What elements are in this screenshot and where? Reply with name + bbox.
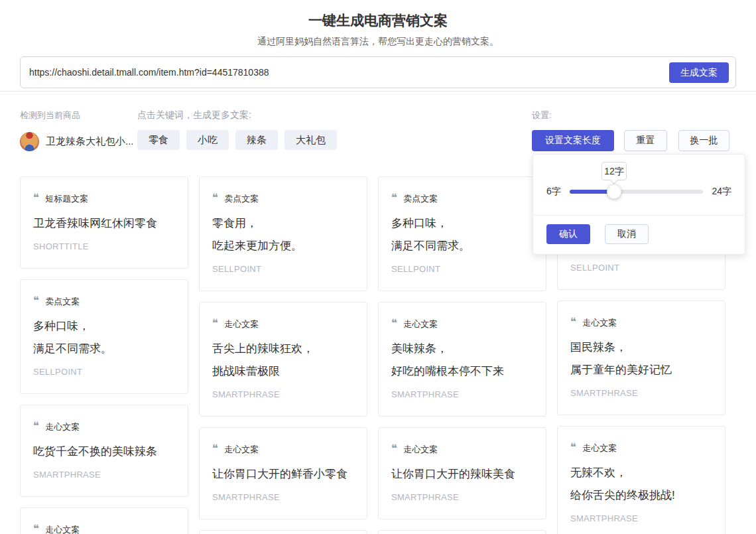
card-category: SELLPOINT [212,264,354,274]
quote-icon: ❝ [212,318,218,329]
card-text-line: 无辣不欢， [570,462,712,484]
card-category: SMARTPHRASE [33,470,175,480]
quote-icon: ❝ [33,192,39,204]
set-length-button[interactable]: 设置文案长度 [532,130,614,151]
url-bar: 生成文案 [20,56,736,88]
copy-card-sellpoint[interactable]: ❝ 卖点文案 零食用， 吃起来更加方便。 SELLPOINT [199,176,367,291]
card-category: SMARTPHRASE [570,388,712,398]
quote-icon: ❝ [33,523,39,534]
card-category: SHORTTITLE [33,241,175,251]
copy-card-smartphrase[interactable]: ❝ 走心文案 吃货千金不换的美味辣条 SMARTPHRASE [20,405,188,497]
card-text-line: 给你舌尖的终极挑战! [570,484,712,507]
card-text-line: 卫龙香辣味网红休闲零食 [33,212,175,235]
card-category: SMARTPHRASE [570,513,712,523]
card-category: SELLPOINT [570,263,712,273]
copy-card-smartphrase[interactable]: ❝ 走心文案 国民辣条， 属于童年的美好记忆 SMARTPHRASE [557,300,725,415]
header-divider [0,91,756,92]
keyword-tag-xiaochi[interactable]: 小吃 [186,130,229,150]
card-category: SMARTPHRASE [212,389,354,399]
card-text-line: 让你胃口大开的鲜香小零食 [212,463,354,486]
card-text-line: 多种口味， [391,212,533,235]
quote-icon: ❝ [391,443,397,454]
slider-value-tooltip: 12字 [601,162,627,180]
card-category: SMARTPHRASE [391,389,533,399]
grid-column-3: ❝ 卖点文案 多种口味， 满足不同需求。 SELLPOINT ❝ 走心文案 美味… [378,176,546,534]
copy-card-partial[interactable] [199,530,367,534]
settings-section: 设置: 设置文案长度 重置 换一批 [532,109,729,151]
quote-icon: ❝ [570,316,576,328]
keyword-tag-latiao[interactable]: 辣条 [235,130,278,150]
card-type-label: 走心文案 [403,318,438,330]
quote-icon: ❝ [391,192,397,204]
generate-button[interactable]: 生成文案 [669,62,729,83]
detected-product-label: 检测到当前商品 [20,109,134,121]
copy-card-smartphrase[interactable]: ❝ 走心文案 美味辣条， 好吃的嘴根本停不下来 SMARTPHRASE [378,302,546,417]
length-setting-popup: 12字 6字 24字 确认 取消 [533,154,745,255]
card-category: SELLPOINT [391,264,533,274]
card-type-label: 卖点文案 [45,296,80,308]
url-input[interactable] [21,57,735,88]
card-text-line: 挑战味蕾极限 [212,360,354,383]
copy-card-sellpoint[interactable]: ❝ 卖点文案 多种口味， 满足不同需求。 SELLPOINT [20,279,188,394]
quote-icon: ❝ [33,295,39,306]
copy-card-partial[interactable]: ❝ 走心文案 [20,507,188,534]
card-type-label: 走心文案 [45,421,80,433]
keyword-tag-lingshi[interactable]: 零食 [137,130,180,150]
detected-product-section: 检测到当前商品 卫龙辣条大礼包小... [20,109,134,151]
quote-icon: ❝ [570,442,576,453]
card-type-label: 卖点文案 [224,193,259,205]
card-text-line: 零食用， [212,212,354,235]
copy-card-smartphrase[interactable]: ❝ 走心文案 无辣不欢， 给你舌尖的终极挑战! SMARTPHRASE [557,426,725,534]
slider-max-label: 24字 [712,186,731,198]
card-text-line: 吃货千金不换的美味辣条 [33,440,175,463]
card-text-line: 吃起来更加方便。 [212,235,354,257]
slider-value-text: 12字 [604,166,624,176]
copy-card-partial[interactable] [378,530,546,534]
card-type-label: 走心文案 [582,442,617,454]
card-text-line: 让你胃口大开的辣味美食 [391,463,533,486]
slider-min-label: 6字 [546,186,561,198]
refresh-batch-button[interactable]: 换一批 [678,130,729,151]
card-category: SMARTPHRASE [391,492,533,502]
grid-column-1: ❝ 短标题文案 卫龙香辣味网红休闲零食 SHORTTITLE ❝ 卖点文案 多种… [20,176,188,534]
copy-card-shorttitle[interactable]: ❝ 短标题文案 卫龙香辣味网红休闲零食 SHORTTITLE [20,176,188,269]
card-text-line: 好吃的嘴根本停不下来 [391,360,533,383]
card-type-label: 走心文案 [224,318,259,330]
quote-icon: ❝ [212,192,218,204]
copy-card-sellpoint[interactable]: ❝ 卖点文案 多种口味， 满足不同需求。 SELLPOINT [378,176,546,291]
card-text-line: 舌尖上的辣味狂欢， [212,338,354,360]
quote-icon: ❝ [212,443,218,454]
keyword-tag-dalibao[interactable]: 大礼包 [284,130,337,150]
copy-card-smartphrase[interactable]: ❝ 走心文案 让你胃口大开的鲜香小零食 SMARTPHRASE [199,427,367,519]
product-avatar [20,132,39,151]
copy-card-smartphrase[interactable]: ❝ 走心文案 舌尖上的辣味狂欢， 挑战味蕾极限 SMARTPHRASE [199,302,367,417]
copy-card-smartphrase[interactable]: ❝ 走心文案 让你胃口大开的辣味美食 SMARTPHRASE [378,427,546,519]
confirm-button[interactable]: 确认 [546,224,590,244]
card-type-label: 短标题文案 [45,193,88,205]
cancel-button[interactable]: 取消 [605,224,649,244]
card-text-line: 国民辣条， [570,336,712,359]
reset-button[interactable]: 重置 [624,130,667,151]
grid-column-2: ❝ 卖点文案 零食用， 吃起来更加方便。 SELLPOINT ❝ 走心文案 舌尖… [199,176,367,534]
card-text-line: 美味辣条， [391,338,533,360]
slider-handle[interactable] [607,184,621,199]
settings-label: 设置: [532,109,729,121]
product-name: 卫龙辣条大礼包小... [46,135,134,148]
length-slider[interactable] [570,190,704,194]
card-type-label: 走心文案 [45,524,80,534]
keywords-label: 点击关键词，生成更多文案: [137,109,337,121]
keywords-section: 点击关键词，生成更多文案: 零食 小吃 辣条 大礼包 [137,109,337,150]
card-text-line: 满足不同需求。 [391,235,533,257]
card-text-line: 多种口味， [33,315,175,338]
page-title: 一键生成电商营销文案 [0,11,756,30]
card-category: SELLPOINT [33,367,175,377]
card-category: SMARTPHRASE [212,492,354,502]
card-type-label: 走心文案 [224,444,259,456]
card-type-label: 走心文案 [403,444,438,456]
card-type-label: 走心文案 [582,317,617,329]
tooltip-arrow [610,176,617,184]
card-text-line: 属于童年的美好记忆 [570,359,712,381]
quote-icon: ❝ [33,421,39,432]
quote-icon: ❝ [391,318,397,329]
card-type-label: 卖点文案 [403,193,438,205]
